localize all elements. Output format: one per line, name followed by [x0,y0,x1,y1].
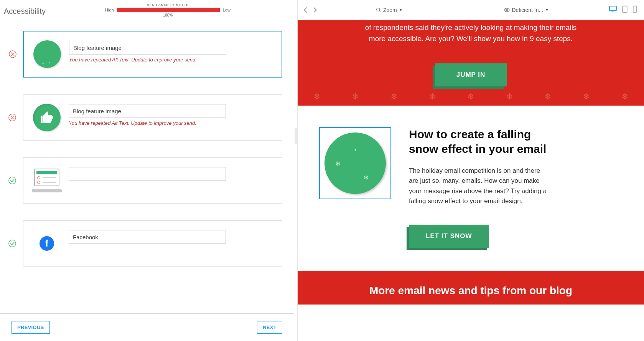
error-message: You have repeated Alt Text. Update to im… [69,120,273,126]
send-anxiety-meter: SEND ANXIETY METER High Low 100% [46,3,290,17]
desktop-view-button[interactable] [609,5,617,15]
blog-band-title: More email news and tips from our blog [305,285,636,297]
error-icon [8,113,16,122]
alt-text-item[interactable]: f [23,220,282,267]
accessibility-panel: Accessibility SEND ANXIETY METER High Lo… [0,0,294,341]
caret-down-icon: ▼ [545,8,549,12]
svg-point-3 [9,240,16,247]
email-preview[interactable]: of respondents said they're actively loo… [298,20,644,341]
tablet-icon [622,5,628,13]
panel-title: Accessibility [4,7,46,16]
alt-text-input[interactable] [69,230,226,244]
thumbnail-laptop [32,166,62,195]
svg-rect-6 [609,6,616,10]
let-it-snow-button[interactable]: LET IT SNOW [409,225,489,248]
thumbnail-facebook: f [32,228,62,258]
chevron-right-icon [311,7,317,12]
svg-point-2 [9,177,16,184]
article-image-selected[interactable]: ❄ ✦ ❄ [319,127,391,199]
meter-bar [117,8,220,12]
desktop-icon [609,5,617,12]
jump-in-button[interactable]: JUMP IN [435,63,507,86]
mobile-icon [632,5,637,13]
svg-point-5 [506,9,507,11]
caret-down-icon: ▼ [399,8,403,12]
article-section: ❄ ✦ ❄ How to create a falling snow effec… [298,106,644,271]
success-icon [8,176,16,185]
alt-text-input[interactable] [69,167,226,181]
alt-text-input[interactable] [69,41,226,55]
drag-grip-icon[interactable] [295,128,297,144]
accessibility-header: Accessibility SEND ANXIETY METER High Lo… [0,0,294,22]
code-toggle[interactable] [305,8,316,12]
svg-point-4 [377,8,380,11]
zoom-dropdown[interactable]: Zoom ▼ [376,7,403,13]
next-button[interactable]: NEXT [257,321,282,334]
svg-rect-7 [623,6,627,12]
blog-band: More email news and tips from our blog [298,271,644,305]
thumbnail-thumbs-up [32,103,62,132]
svg-rect-8 [633,6,636,12]
article-title: How to create a falling snow effect in y… [409,127,551,156]
preview-toolbar: Zoom ▼ Deficient In... ▼ [298,0,644,20]
eye-icon [504,8,510,12]
search-icon [376,7,381,13]
previous-button[interactable]: PREVIOUS [12,321,50,334]
snowflake-decoration: ❄❄❄❄❄❄❄❄❄ [298,92,644,106]
alt-text-input[interactable] [69,104,226,118]
error-icon [8,50,17,58]
error-message: You have repeated Alt Text. Update to im… [69,57,273,63]
tablet-view-button[interactable] [622,5,628,15]
preview-panel: Zoom ▼ Deficient In... ▼ [298,0,644,341]
vision-filter-dropdown[interactable]: Deficient In... ▼ [504,7,549,13]
panel-footer: PREVIOUS NEXT [0,313,294,341]
article-body: The holiday email competition is on and … [409,166,551,206]
chevron-left-icon [304,7,309,12]
alt-text-item[interactable]: ✦ • You have repeated Alt Text. Update t… [23,31,282,78]
alt-text-item[interactable]: You have repeated Alt Text. Update to im… [23,94,282,141]
mobile-view-button[interactable] [632,5,637,15]
success-icon [8,239,16,248]
thumbnail-snow-circle: ✦ • [32,39,62,69]
alt-text-list[interactable]: ✦ • You have repeated Alt Text. Update t… [0,22,294,313]
hero-text: of respondents said they're actively loo… [360,20,582,44]
snow-circle-image: ❄ ✦ ❄ [324,132,386,194]
pane-divider[interactable] [294,0,298,341]
hero-section: of respondents said they're actively loo… [298,20,644,106]
alt-text-item[interactable] [23,157,282,204]
